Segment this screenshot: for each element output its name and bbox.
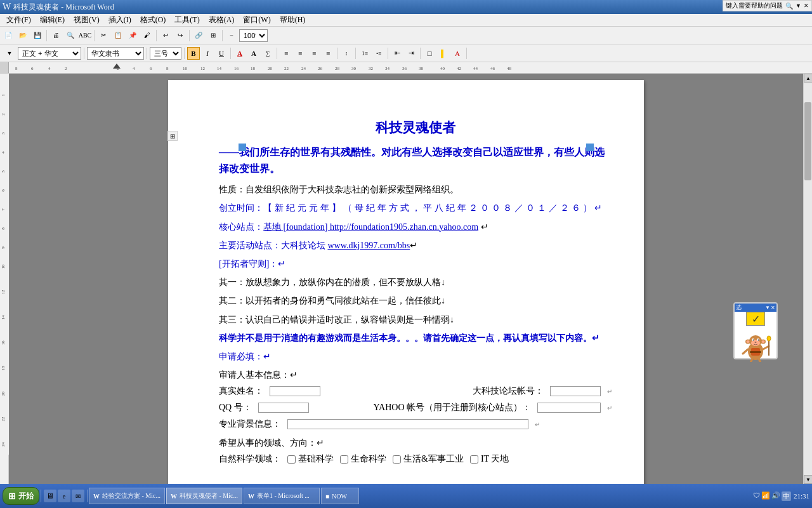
show-desktop-btn[interactable]: 🖥: [44, 490, 56, 502]
font-color-btn[interactable]: A: [451, 47, 464, 60]
spellcheck-button[interactable]: ABC: [78, 29, 92, 43]
forum-account-input[interactable]: [550, 386, 601, 396]
menu-help[interactable]: 帮助(H): [276, 14, 310, 26]
size-select[interactable]: 三号: [150, 47, 181, 60]
open-button[interactable]: 📂: [16, 29, 30, 43]
style-select[interactable]: 正文 + 华文: [18, 47, 81, 60]
outlook-btn[interactable]: ✉: [72, 490, 84, 502]
checkbox-group-1: 基础科学: [287, 453, 334, 465]
paste-button[interactable]: 📌: [126, 29, 140, 43]
svg-text:42: 42: [457, 66, 462, 71]
format-painter-button[interactable]: 🖌: [140, 29, 154, 43]
increase-indent-button[interactable]: ⇥: [405, 47, 417, 60]
svg-text:18: 18: [1, 366, 6, 371]
start-button[interactable]: ⊞ 开始: [3, 487, 39, 505]
scroll-up-button[interactable]: ▲: [804, 74, 812, 83]
taskbar-btn-1[interactable]: W 经验交流方案 - Mic...: [89, 488, 165, 504]
doc-rule3: 其三：认识自己的错误并适时改正，纵容错误则是一种懦弱↓: [219, 312, 612, 328]
font-color-A[interactable]: A: [233, 47, 246, 60]
taskbar-btn-3[interactable]: W 表单1 - Microsoft ...: [244, 488, 320, 504]
justify-button[interactable]: ≡: [322, 47, 334, 60]
zoom-out-button[interactable]: −: [225, 29, 239, 43]
menu-table[interactable]: 表格(A): [205, 14, 239, 26]
menu-edit[interactable]: 编辑(E): [36, 14, 69, 26]
menu-view[interactable]: 视图(V): [70, 14, 103, 26]
taskbar-btn-2[interactable]: W 科技灵魂使者 - Mic...: [166, 488, 242, 504]
underline-button[interactable]: U: [215, 47, 228, 60]
font-select[interactable]: 华文隶书: [87, 47, 144, 60]
bold-button[interactable]: B: [187, 47, 200, 60]
checkbox-basic-sci[interactable]: [287, 455, 296, 464]
svg-text:22: 22: [1, 417, 6, 422]
menu-window[interactable]: 窗口(W): [239, 14, 274, 26]
yahoo-input[interactable]: [537, 403, 601, 413]
svg-text:2: 2: [117, 66, 119, 71]
zoom-select[interactable]: 100%: [239, 29, 268, 42]
bg-input[interactable]: [287, 419, 528, 429]
help-expand-icon[interactable]: ▼: [796, 3, 801, 9]
align-right-button[interactable]: ≡: [308, 47, 320, 60]
widget-close-icon[interactable]: ✕: [771, 305, 775, 311]
format-sep-3: [184, 48, 185, 59]
align-center-button[interactable]: ≡: [294, 47, 306, 60]
format-sep-5: [277, 48, 277, 59]
doc-founded: 创立时间：【新纪元元年】（母纪年方式，平八纪年２００８／０１／２６）↵: [219, 200, 612, 216]
toolbar-sep-1: [46, 30, 47, 41]
scroll-track[interactable]: [804, 83, 812, 475]
search-icon[interactable]: 🔍: [785, 3, 793, 10]
checkbox-it[interactable]: [470, 455, 478, 464]
print-button[interactable]: 🖨: [49, 29, 63, 43]
name-input[interactable]: [270, 386, 320, 396]
ie-btn[interactable]: e: [58, 490, 70, 502]
checkbox-military[interactable]: [393, 455, 401, 464]
svg-line-61: [763, 346, 769, 349]
menu-file[interactable]: 文件(F): [3, 14, 35, 26]
print-preview-button[interactable]: 🔍: [63, 29, 77, 43]
new-button[interactable]: 📄: [1, 29, 15, 43]
word-icon-1: W: [93, 493, 100, 500]
highlight-button[interactable]: ∑: [261, 47, 274, 60]
widget-min-icon[interactable]: ▼: [765, 305, 770, 311]
undo-button[interactable]: ↩: [159, 29, 173, 43]
widget-body: ✓: [740, 312, 771, 366]
svg-text:2: 2: [1, 113, 6, 116]
toolbar-sep-3: [156, 30, 157, 41]
line-spacing-button[interactable]: ↕: [340, 47, 353, 60]
copy-button[interactable]: 📋: [111, 29, 125, 43]
help-close-icon[interactable]: ✕: [804, 3, 809, 9]
svg-rect-67: [750, 351, 761, 353]
svg-text:7: 7: [1, 208, 6, 211]
input-help-box[interactable]: 键入需要帮助的问题 🔍 ▼ ✕: [723, 0, 812, 11]
doc-required: 申请必填：↵: [219, 349, 612, 364]
toolbar-sep-4: [189, 30, 190, 41]
scroll-thumb[interactable]: [804, 102, 811, 181]
forum-account-label: 大科技论坛帐号：: [473, 385, 544, 397]
list-numbered-button[interactable]: 1≡: [358, 47, 371, 60]
ruler-main: 8 6 4 2 2 4 6 8 10 12 14 16 18 20 22 24 …: [9, 62, 812, 73]
list-bullet-button[interactable]: •≡: [372, 47, 385, 60]
checkbox-life-sci[interactable]: [340, 455, 348, 464]
save-button[interactable]: 💾: [30, 29, 44, 43]
svg-text:4: 4: [1, 151, 6, 154]
taskbar-btn-now[interactable]: ■ NOW: [321, 488, 359, 504]
qq-input[interactable]: [258, 403, 309, 413]
style-dropdown-btn[interactable]: ▼: [3, 46, 16, 60]
menu-tools[interactable]: 工具(T): [171, 14, 203, 26]
redo-button[interactable]: ↪: [173, 29, 187, 43]
menu-format[interactable]: 格式(O): [136, 14, 170, 26]
format-sep-4: [230, 48, 231, 59]
menu-insert[interactable]: 插入(I): [105, 14, 135, 26]
highlight2-button[interactable]: ▌: [437, 47, 450, 60]
italic-button[interactable]: I: [201, 47, 214, 60]
scroll-down-button[interactable]: ▼: [804, 475, 812, 484]
page-handle[interactable]: ⊞: [167, 131, 178, 141]
align-left-button[interactable]: ≡: [280, 47, 292, 60]
cut-button[interactable]: ✂: [96, 29, 110, 43]
font-color-A2[interactable]: A: [247, 47, 260, 60]
hyperlink-button[interactable]: 🔗: [192, 29, 206, 43]
table-button[interactable]: ⊞: [206, 29, 220, 43]
border-button[interactable]: □: [423, 47, 436, 60]
scrollbar-vertical[interactable]: ▲ ▼: [803, 74, 812, 484]
document-area[interactable]: ⊞ 科技灵魂使者 ——我们所生存的世界有其残酷性。对此有些人选择改变自己以适应世…: [9, 74, 803, 484]
decrease-indent-button[interactable]: ⇤: [391, 47, 403, 60]
